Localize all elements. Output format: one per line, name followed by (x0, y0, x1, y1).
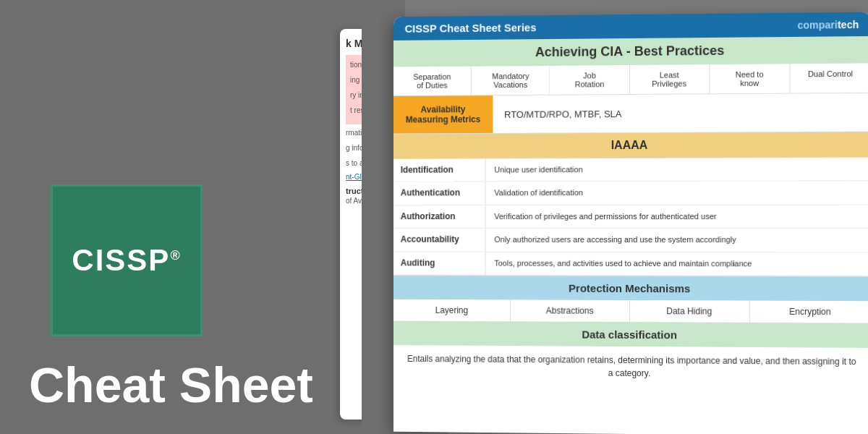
data-class-body: Entails analyzing the data that the orga… (393, 345, 868, 389)
cissp-logo-box: CISSP® (51, 184, 203, 336)
cia-section-title: Achieving CIA - Best Practices (393, 36, 868, 67)
comparitech-logo: comparitech (797, 18, 859, 30)
iaaaa-label-2: Authorization (393, 205, 486, 228)
best-practices-row: Separationof Duties MandatoryVacations J… (393, 63, 868, 96)
iaaaa-value-1: Validation of identification (486, 182, 592, 204)
iaaaa-row-3: Accountability Only authorized users are… (393, 229, 868, 252)
protection-1: Abstractions (511, 299, 629, 322)
best-practice-2: JobRotation (550, 65, 630, 95)
cissp-logo-text: CISSP® (72, 243, 181, 278)
iaaaa-header: IAAAA (393, 132, 868, 160)
protection-row: Layering Abstractions Data Hiding Encryp… (393, 299, 868, 324)
protection-header: Protection Mechanisms (393, 275, 868, 301)
iaaaa-label-0: Identification (393, 159, 486, 182)
iaaaa-row-2: Authorization Verification of privileges… (393, 205, 868, 229)
availability-label: Availability Measuring Metrics (393, 95, 493, 133)
cheat-sheet-title: Cheat Sheet (29, 358, 313, 412)
best-practice-3: LeastPrivileges (630, 64, 710, 94)
best-practice-1: MandatoryVacations (472, 66, 550, 95)
protection-0: Layering (393, 299, 511, 321)
best-practice-5: Dual Control (790, 63, 868, 93)
protection-3: Encryption (750, 301, 868, 323)
iaaaa-value-3: Only authorized users are accessing and … (486, 229, 745, 252)
data-class-header: Data classification (393, 321, 868, 348)
iaaaa-label-1: Authentication (393, 182, 486, 205)
availability-row: Availability Measuring Metrics RTO/MTD/R… (393, 93, 868, 135)
card-header-title: CISSP Cheat Sheet Series (405, 21, 537, 35)
protection-2: Data Hiding (629, 300, 749, 323)
iaaaa-label-4: Auditing (393, 252, 486, 274)
best-practice-0: Separationof Duties (393, 67, 472, 95)
iaaaa-row-0: Identification Unique user identificatio… (393, 158, 868, 182)
cheat-sheet-card: CISSP Cheat Sheet Series comparitech Ach… (393, 12, 868, 434)
iaaaa-value-0: Unique user identification (486, 158, 592, 182)
availability-value: RTO/MTD/RPO, MTBF, SLA (493, 99, 633, 128)
iaaaa-value-2: Verification of privileges and permissio… (486, 205, 726, 229)
iaaaa-row-4: Auditing Tools, processes, and activitie… (393, 252, 868, 276)
iaaaa-label-3: Accountability (393, 229, 486, 251)
iaaaa-row-1: Authentication Validation of identificat… (393, 182, 868, 205)
best-practice-4: Need toknow (710, 64, 790, 93)
iaaaa-value-4: Tools, processes, and activities used to… (486, 252, 761, 275)
